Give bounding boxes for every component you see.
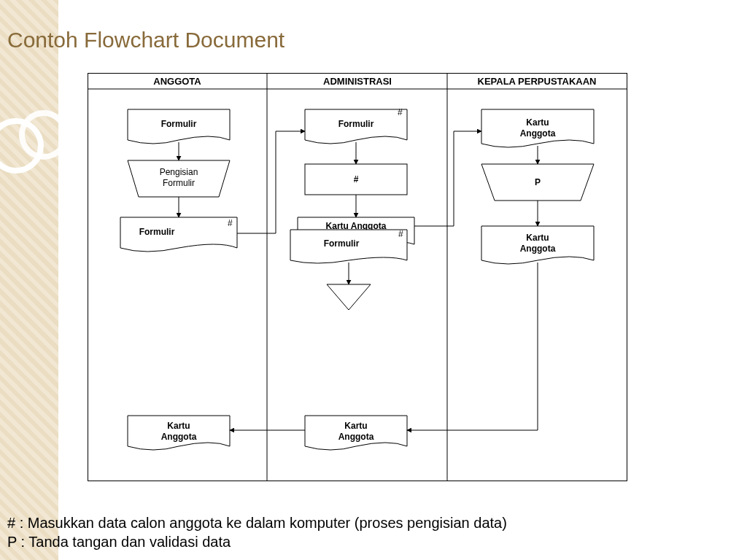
svg-text:Formulir: Formulir xyxy=(161,119,197,129)
manual-pengisian: Pengisian Formulir xyxy=(128,160,230,197)
svg-text:Anggota: Anggota xyxy=(161,432,197,442)
page-title: Contoh Flowchart Document xyxy=(7,28,285,52)
offpage-file xyxy=(327,284,371,310)
svg-text:#: # xyxy=(398,229,403,239)
header-col1: ANGGOTA xyxy=(153,76,201,87)
svg-text:Pengisian: Pengisian xyxy=(160,167,198,177)
flowchart-diagram: ANGGOTA ADMINISTRASI KEPALA PERPUSTAKAAN… xyxy=(88,73,627,481)
manual-p: P xyxy=(481,164,594,201)
doc-admin-formulir: Formulir # xyxy=(305,107,407,144)
svg-text:Anggota: Anggota xyxy=(520,128,556,139)
svg-text:Formulir: Formulir xyxy=(338,119,374,129)
doc-kepala-kartu-2: Kartu Anggota xyxy=(481,226,594,264)
doc-stack-admin: Kartu Anggota Formulir # xyxy=(290,217,414,263)
svg-text:#: # xyxy=(354,174,359,184)
svg-text:Anggota: Anggota xyxy=(520,244,556,254)
decorative-circles xyxy=(0,102,74,192)
doc-anggota-kartu: Kartu Anggota xyxy=(128,416,230,450)
header-col3: KEPALA PERPUSTAKAAN xyxy=(478,76,597,87)
decorative-sidebar xyxy=(0,0,58,560)
svg-text:Kartu: Kartu xyxy=(526,117,549,128)
doc-anggota-formulir-1: Formulir xyxy=(128,109,230,144)
header-col2: ADMINISTRASI xyxy=(323,76,392,87)
svg-text:P: P xyxy=(535,177,541,187)
doc-kepala-kartu-1: Kartu Anggota xyxy=(481,109,594,147)
svg-text:#: # xyxy=(228,218,233,228)
svg-text:Formulir: Formulir xyxy=(163,178,195,188)
doc-anggota-formulir-2: Formulir # xyxy=(120,217,237,252)
doc-admin-kartu: Kartu Anggota xyxy=(305,416,407,450)
svg-text:Formulir: Formulir xyxy=(139,227,175,237)
svg-text:Kartu: Kartu xyxy=(344,421,367,431)
process-hash: # xyxy=(305,164,407,195)
legend-hash: # : Masukkan data calon anggota ke dalam… xyxy=(7,513,507,532)
svg-text:Kartu: Kartu xyxy=(167,421,190,431)
svg-text:Anggota: Anggota xyxy=(338,432,374,442)
legend: # : Masukkan data calon anggota ke dalam… xyxy=(7,513,507,551)
svg-text:Kartu: Kartu xyxy=(526,233,549,243)
svg-text:Formulir: Formulir xyxy=(324,238,360,249)
svg-point-1 xyxy=(22,113,66,157)
legend-p: P : Tanda tangan dan validasi data xyxy=(7,532,507,551)
svg-text:#: # xyxy=(398,107,403,117)
